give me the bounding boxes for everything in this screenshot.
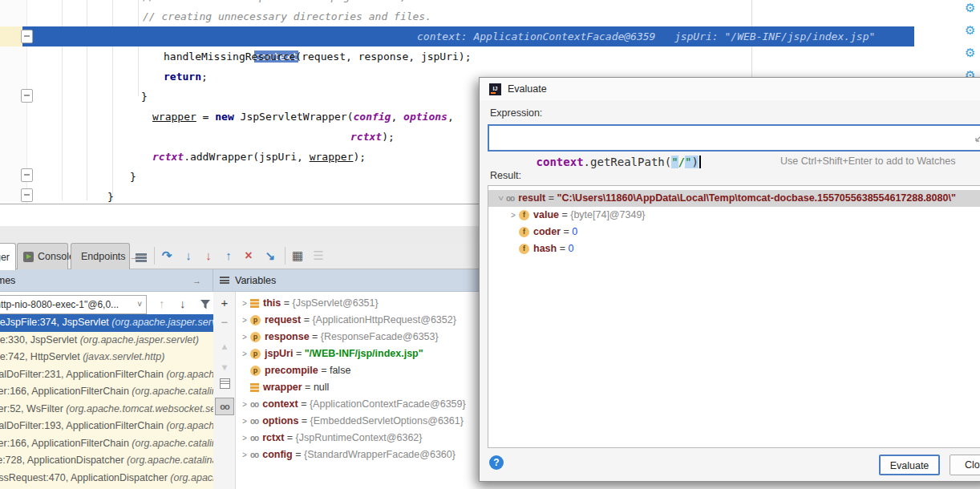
move-up-button[interactable]: ▲	[213, 338, 236, 354]
result-row[interactable]: >fvalue = {byte[74]@7349}	[488, 207, 980, 224]
variable-value: {byte[74]@7349}	[570, 209, 645, 220]
frame-row[interactable]: invoke:728, ApplicationDispatcher (org.a…	[0, 452, 213, 470]
copy-stack-button[interactable]	[213, 377, 236, 393]
variable-row[interactable]: >prequest = {ApplicationHttpRequest@6352…	[239, 312, 456, 329]
fold-marker-icon[interactable]	[21, 168, 33, 182]
threads-view-button[interactable]: ☰	[310, 248, 326, 264]
frame-row[interactable]: service:742, HttpServlet (javax.servlet.…	[0, 349, 213, 366]
watches-hint: Use Ctrl+Shift+Enter to add to Watches	[780, 156, 955, 167]
result-row[interactable]: >ooresult = "C:\Users\11860\AppData\Loca…	[488, 190, 980, 207]
variable-value: {ResponseFacade@6353}	[321, 331, 439, 342]
frame-row[interactable]: doFilter:166, ApplicationFilterChain (or…	[0, 435, 213, 453]
variables-menu-icon	[220, 277, 229, 284]
tree-chevron-icon[interactable]: >	[239, 396, 250, 413]
move-down-button[interactable]: ▼	[213, 359, 236, 375]
gear-icon[interactable]: ⚙	[965, 1, 979, 15]
tree-chevron-icon[interactable]: >	[239, 447, 250, 463]
tab-debugger[interactable]: Debugger	[0, 243, 16, 270]
gear-icon[interactable]: ⚙	[965, 23, 979, 38]
variable-row[interactable]: >this = {JspServlet@6351}	[239, 295, 379, 312]
code-comment-line: // creating unnecessary directories and …	[143, 6, 431, 26]
frame-row[interactable]: doFilter:166, ApplicationFilterChain (or…	[0, 383, 213, 401]
thread-dropdown[interactable]: "http-nio-8080-exec-1"@6,0... ˅	[0, 295, 147, 314]
equals-sign: =	[561, 226, 572, 237]
variable-row[interactable]: >oooptions = {EmbeddedServletOptions@636…	[239, 413, 464, 430]
variable-name: coder	[533, 226, 561, 237]
variable-row[interactable]: >ooconfig = {StandardWrapperFacade@6360}	[239, 447, 456, 463]
tab-debugger-label: Debugger	[0, 252, 10, 263]
variable-row[interactable]: pprecompile = false	[239, 362, 350, 379]
help-button[interactable]: ?	[489, 455, 504, 470]
expression-input[interactable]: context.getRealPath("/")	[488, 124, 980, 152]
step-into-button[interactable]: ↓	[180, 248, 196, 264]
dialog-title: Evaluate	[508, 83, 547, 95]
show-watches-button[interactable]: oo	[215, 398, 234, 415]
force-step-into-button[interactable]: ↓	[200, 248, 217, 264]
equals-sign: =	[545, 192, 557, 204]
tree-chevron-icon[interactable]: >	[239, 346, 250, 362]
variable-row[interactable]: >presponse = {ResponseFacade@6353}	[239, 329, 439, 346]
drop-frame-button[interactable]: ×	[241, 248, 257, 264]
prev-frame-arrow-icon[interactable]: ↑	[159, 297, 165, 310]
result-tree[interactable]: >ooresult = "C:\Users\11860\AppData\Loca…	[488, 185, 980, 448]
gear-icon[interactable]: ⚙	[965, 46, 979, 60]
tree-chevron-icon[interactable]: >	[239, 430, 250, 447]
step-out-button[interactable]: ↑	[221, 248, 237, 264]
close-button[interactable]: Close	[950, 455, 980, 475]
result-row[interactable]: fcoder = 0	[488, 224, 980, 240]
run-to-cursor-button[interactable]: ↘	[262, 248, 278, 264]
frame-row[interactable]: serviceJspFile:374, JspServlet (org.apac…	[0, 314, 213, 332]
frame-row[interactable]: doFilter:52, WsFilter (org.apache.tomcat…	[0, 401, 213, 418]
watch-glasses-icon: oo	[250, 413, 258, 430]
expand-input-icon[interactable]	[974, 132, 980, 143]
fold-marker-icon[interactable]	[21, 30, 33, 43]
variable-name: hash	[533, 243, 557, 254]
value-bars-icon	[250, 383, 259, 392]
variable-name: result	[518, 192, 545, 204]
tree-chevron-icon[interactable]: >	[239, 312, 250, 329]
variable-value: false	[330, 365, 350, 376]
variable-name: rctxt	[262, 432, 284, 443]
grid-view-button[interactable]: ▦	[290, 248, 306, 264]
frame-row[interactable]: internalDoFilter:231, ApplicationFilterC…	[0, 366, 213, 384]
tree-chevron-icon[interactable]: >	[239, 413, 250, 430]
frames-panel-header[interactable]: Frames →	[0, 269, 213, 292]
variable-value: {ApplicationHttpRequest@6352}	[312, 314, 456, 325]
dialog-titlebar[interactable]: IJ Evaluate	[480, 78, 980, 100]
variable-row[interactable]: >pjspUri = "/WEB-INF/jsp/index.jsp"	[239, 346, 423, 362]
code-line: }	[107, 187, 114, 207]
code-line: }	[141, 87, 148, 107]
evaluate-button[interactable]: Evaluate	[879, 455, 940, 475]
filter-funnel-icon[interactable]	[200, 299, 211, 310]
equals-sign: =	[559, 209, 570, 220]
tree-chevron-icon[interactable]: >	[492, 193, 509, 204]
variable-row[interactable]: >oorctxt = {JspRuntimeContext@6362}	[239, 430, 423, 447]
result-row[interactable]: fhash = 0	[488, 240, 980, 257]
fold-marker-icon[interactable]	[21, 188, 33, 202]
tab-endpoints[interactable]: Endpoints →	[71, 243, 130, 269]
variable-name: jspUri	[265, 348, 293, 359]
code-line-partial: // Check if the requested JSP page exist…	[143, 0, 463, 6]
code-line: }	[130, 167, 136, 187]
hamburger-menu-icon[interactable]	[133, 250, 149, 266]
frame-row[interactable]: service:330, JspServlet (org.apache.jasp…	[0, 332, 213, 350]
tree-chevron-icon[interactable]: >	[239, 295, 250, 312]
expr-string: /	[678, 156, 685, 168]
tree-chevron-icon[interactable]: >	[239, 329, 250, 346]
fold-marker-icon[interactable]	[21, 89, 33, 103]
remove-watch-button[interactable]: −	[213, 314, 236, 330]
frame-row[interactable]: processRequest:470, ApplicationDispatche…	[0, 470, 213, 487]
tab-console[interactable]: Console →	[17, 243, 68, 269]
step-over-button[interactable]: ↷	[159, 248, 175, 264]
variables-panel-header[interactable]: Variables	[213, 269, 479, 292]
console-icon	[23, 252, 34, 262]
pin-arrow-icon: →	[192, 276, 201, 285]
tree-chevron-icon[interactable]: >	[508, 207, 519, 224]
watch-glasses-icon: oo	[250, 447, 258, 463]
variable-row[interactable]: >oocontext = {ApplicationContextFacade@6…	[239, 396, 466, 413]
next-frame-arrow-icon[interactable]: ↓	[180, 297, 186, 310]
add-watch-button[interactable]: +	[213, 295, 236, 311]
frame-row[interactable]: internalDoFilter:193, ApplicationFilterC…	[0, 418, 213, 435]
variable-row[interactable]: wrapper = null	[239, 379, 329, 396]
expr-text: (	[665, 156, 671, 168]
